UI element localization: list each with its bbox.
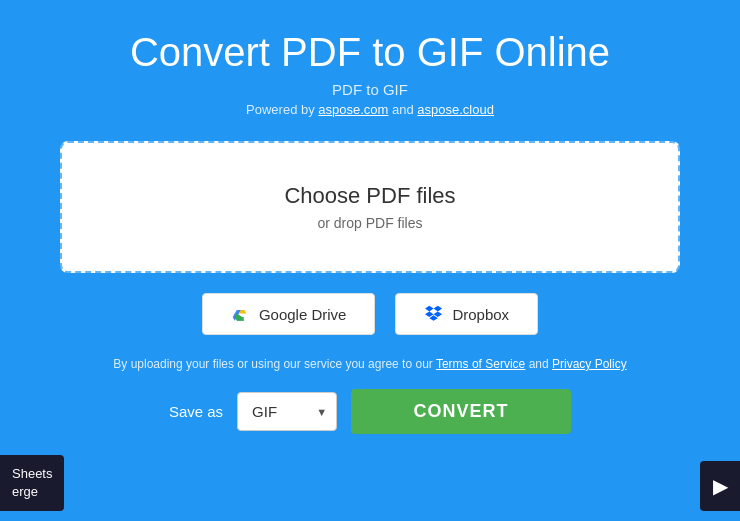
terms-text: By uploading your files or using our ser…: [113, 357, 626, 371]
left-float-line1: Sheets: [12, 465, 52, 483]
terms-and: and: [525, 357, 552, 371]
google-drive-button[interactable]: Google Drive: [202, 293, 376, 335]
left-float-line2: erge: [12, 483, 52, 501]
left-float-button[interactable]: Sheets erge: [0, 455, 64, 511]
format-select[interactable]: GIF PNG JPEG TIFF BMP: [237, 392, 337, 431]
drop-zone-title: Choose PDF files: [284, 183, 455, 209]
cloud-buttons: Google Drive Dropbox: [202, 293, 538, 335]
privacy-link[interactable]: Privacy Policy: [552, 357, 627, 371]
bottom-bar: Save as GIF PNG JPEG TIFF BMP CONVERT: [169, 389, 571, 434]
right-arrow-icon: ▶: [713, 474, 728, 498]
dropbox-button[interactable]: Dropbox: [395, 293, 538, 335]
page-title: Convert PDF to GIF Online: [130, 30, 610, 75]
google-drive-label: Google Drive: [259, 306, 347, 323]
powered-by: Powered by aspose.com and aspose.cloud: [246, 102, 494, 117]
terms-prefix: By uploading your files or using our ser…: [113, 357, 436, 371]
drop-zone[interactable]: Choose PDF files or drop PDF files: [60, 141, 680, 273]
google-drive-icon: [231, 304, 251, 324]
format-select-wrapper: GIF PNG JPEG TIFF BMP: [237, 392, 337, 431]
main-container: Convert PDF to GIF Online PDF to GIF Pow…: [0, 0, 740, 521]
save-as-label: Save as: [169, 403, 223, 420]
right-float-button[interactable]: ▶: [700, 461, 740, 511]
dropbox-icon: [424, 304, 444, 324]
powered-by-and: and: [388, 102, 417, 117]
dropbox-label: Dropbox: [452, 306, 509, 323]
tos-link[interactable]: Terms of Service: [436, 357, 525, 371]
aspose-cloud-link[interactable]: aspose.cloud: [417, 102, 494, 117]
aspose-com-link[interactable]: aspose.com: [318, 102, 388, 117]
convert-button[interactable]: CONVERT: [351, 389, 571, 434]
drop-zone-subtitle: or drop PDF files: [317, 215, 422, 231]
page-subtitle: PDF to GIF: [332, 81, 408, 98]
powered-by-prefix: Powered by: [246, 102, 318, 117]
